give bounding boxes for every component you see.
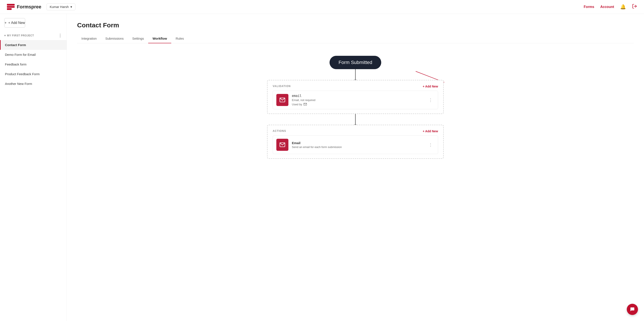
validation-card-content: email Email, not required Used by: [292, 94, 423, 106]
validation-card: email Email, not required Used by ⋮: [273, 91, 438, 109]
actions-card-content: Email Send an email for each form submis…: [292, 141, 423, 149]
account-selector[interactable]: Kumar Harsh ▾: [46, 4, 76, 10]
header: Formspree Kumar Harsh ▾ Forms Account 🔔: [0, 0, 644, 14]
bell-icon[interactable]: 🔔: [620, 4, 626, 10]
svg-rect-1: [7, 6, 15, 8]
sidebar-item-contact-form[interactable]: Contact Form: [0, 40, 66, 50]
main-content: Contact Form Integration Submissions Set…: [67, 14, 644, 321]
tab-integration[interactable]: Integration: [77, 34, 101, 43]
chevron-down-icon: ▾: [70, 5, 72, 9]
chat-button[interactable]: [627, 304, 638, 315]
sidebar-item-product-feedback[interactable]: Product Feedback Form: [0, 69, 66, 79]
tab-submissions[interactable]: Submissions: [101, 34, 128, 43]
validation-card-used-by: Used by: [292, 102, 423, 106]
validation-label: VALIDATION: [273, 85, 438, 88]
sidebar-item-feedback-form[interactable]: Feedback form: [0, 60, 66, 69]
logo[interactable]: Formspree: [7, 4, 41, 10]
sidebar-item-another-new[interactable]: Another New Form: [0, 79, 66, 88]
sidebar: + + Add New ▾ MY FIRST PROJECT ⋮ Contact…: [0, 14, 67, 321]
validation-card-subtitle: Email, not required: [292, 98, 423, 102]
actions-card-title: Email: [292, 141, 423, 145]
page-title: Contact Form: [77, 22, 634, 29]
workflow-area: Form Submitted: [77, 54, 634, 159]
validation-card-title: email: [292, 94, 423, 98]
tab-rules[interactable]: Rules: [171, 34, 188, 43]
actions-card-menu[interactable]: ⋮: [427, 141, 434, 148]
tab-workflow[interactable]: Workflow: [148, 34, 171, 43]
project-header: ▾ MY FIRST PROJECT ⋮: [0, 31, 66, 40]
nav-account-link[interactable]: Account: [600, 5, 614, 9]
chat-icon: [630, 307, 635, 312]
tab-settings[interactable]: Settings: [128, 34, 148, 43]
sidebar-item-demo-form[interactable]: Demo Form for Email: [0, 50, 66, 60]
actions-card: Email Send an email for each form submis…: [273, 136, 438, 154]
email-action-icon-box: [276, 139, 288, 151]
tabs: Integration Submissions Settings Workflo…: [77, 34, 634, 43]
mail-small-icon: [304, 102, 307, 106]
project-name: MY FIRST PROJECT: [7, 34, 34, 37]
chevron-down-icon: ▾: [4, 34, 6, 37]
svg-rect-0: [7, 4, 15, 6]
form-submitted-bubble: Form Submitted: [330, 56, 382, 69]
actions-section: ACTIONS + Add New Email Send an email fo…: [267, 125, 444, 159]
account-name: Kumar Harsh: [50, 5, 69, 8]
add-new-button[interactable]: + + Add New: [4, 18, 25, 28]
svg-rect-2: [7, 8, 12, 10]
nav-forms-link[interactable]: Forms: [584, 5, 594, 9]
actions-add-new-button[interactable]: + Add New: [423, 130, 438, 133]
project-menu-icon[interactable]: ⋮: [58, 33, 62, 38]
logo-text: Formspree: [17, 4, 41, 10]
actions-label: ACTIONS: [273, 130, 438, 132]
validation-card-menu[interactable]: ⋮: [427, 96, 434, 104]
email-icon-box: [276, 94, 288, 106]
actions-card-subtitle: Send an email for each form submission: [292, 146, 423, 149]
plus-icon: +: [4, 21, 6, 25]
validation-add-new-button[interactable]: + Add New: [423, 85, 438, 88]
logout-icon[interactable]: [632, 4, 637, 10]
validation-section: VALIDATION + Add New email Email, not re…: [267, 80, 444, 114]
